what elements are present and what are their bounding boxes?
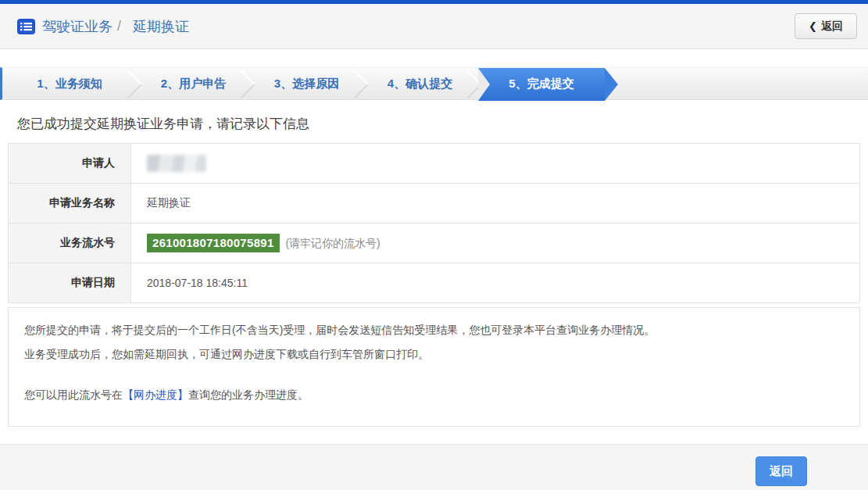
table-row-applicant: 申请人 (9, 144, 860, 184)
apply-date-value: 2018-07-18 18:45:11 (131, 263, 860, 303)
list-form-icon (17, 19, 35, 34)
breadcrumb-primary: 驾驶证业务 (42, 17, 113, 36)
redacted-name-blur (147, 155, 206, 172)
apply-date-label: 申请日期 (9, 263, 131, 303)
serial-number-badge: 261001807180075891 (147, 234, 280, 252)
back-button-bottom[interactable]: 返回 (755, 456, 807, 486)
serial-number-note: (请牢记你的流水号) (285, 237, 380, 249)
application-info-table: 申请人 申请业务名称 延期换证 业务流水号 261001807180075891… (8, 143, 860, 303)
footer-bar: 返回 (0, 444, 868, 490)
applicant-value (131, 144, 860, 184)
note-line-3: 您可以用此流水号在【网办进度】查询您的业务办理进度。 (24, 383, 844, 407)
table-row-service-name: 申请业务名称 延期换证 (9, 184, 860, 224)
note-line-1: 您所提交的申请，将于提交后的一个工作日(不含当天)受理，届时会发送短信告知受理结… (24, 318, 844, 342)
serial-number-value: 261001807180075891 (请牢记你的流水号) (131, 224, 860, 263)
note-line-3-suffix: 查询您的业务办理进度。 (188, 388, 309, 401)
table-row-apply-date: 申请日期 2018-07-18 18:45:11 (9, 263, 860, 303)
page-header: 驾驶证业务 / 延期换证 ❮ 返回 (0, 4, 868, 49)
serial-number-label: 业务流水号 (9, 224, 131, 263)
step-3-reason[interactable]: 3、选择原因 (250, 68, 363, 101)
note-line-2: 业务受理成功后，您如需延期回执，可通过网办进度下载或自行到车管所窗口打印。 (24, 342, 844, 367)
step-2-declaration[interactable]: 2、用户申告 (137, 68, 250, 101)
note-line-3-prefix: 您可以用此流水号在 (24, 388, 123, 401)
step-4-confirm[interactable]: 4、确认提交 (363, 68, 477, 101)
progress-query-link[interactable]: 【网办进度】 (123, 388, 188, 401)
notes-box: 您所提交的申请，将于提交后的一个工作日(不含当天)受理，届时会发送短信告知受理结… (8, 307, 860, 427)
applicant-label: 申请人 (9, 144, 131, 184)
service-name-value: 延期换证 (131, 184, 860, 224)
table-row-serial-number: 业务流水号 261001807180075891 (请牢记你的流水号) (9, 224, 860, 263)
success-message: 您已成功提交延期换证业务申请，请记录以下信息 (17, 115, 851, 133)
step-progress-bar: 1、业务须知 2、用户申告 3、选择原因 4、确认提交 5、完成提交 (0, 67, 868, 100)
step-5-complete-active[interactable]: 5、完成提交 (478, 68, 605, 101)
chevron-left-icon: ❮ (809, 20, 817, 32)
breadcrumb-separator: / (117, 18, 121, 34)
back-button-top[interactable]: ❮ 返回 (795, 13, 857, 39)
service-name-label: 申请业务名称 (9, 184, 131, 224)
step-1-notice[interactable]: 1、业务须知 (2, 68, 137, 101)
breadcrumb-secondary: 延期换证 (133, 17, 189, 36)
back-button-top-label: 返回 (821, 20, 843, 34)
